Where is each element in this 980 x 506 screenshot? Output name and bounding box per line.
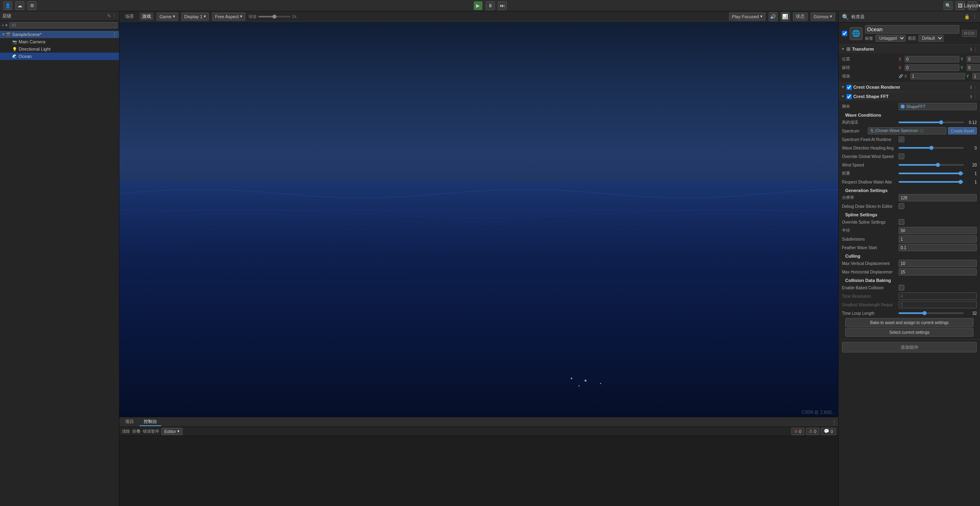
csf-chevron: ▼ xyxy=(841,94,845,98)
rotation-row: 旋转 X Y Z xyxy=(842,64,977,72)
clear-btn[interactable]: 清除 xyxy=(122,429,130,434)
bake-button[interactable]: Bake to asset and assign to current sett… xyxy=(845,318,974,327)
wind-turbulence-thumb[interactable] xyxy=(939,120,943,124)
wind-speed-thumb[interactable] xyxy=(936,163,940,167)
console-menu[interactable]: ⋮ xyxy=(832,419,837,425)
csf-menu[interactable]: ⋮ xyxy=(974,94,978,99)
aspect-dropdown[interactable]: Free Aspect ▾ xyxy=(212,13,245,21)
tab-game[interactable]: 游戏 xyxy=(140,13,153,20)
cor-active-checkbox[interactable] xyxy=(846,85,852,90)
inspector-lock[interactable]: 🔒 xyxy=(964,14,970,19)
user-icon[interactable]: 👤 xyxy=(3,1,12,10)
hierarchy-icons[interactable]: ✎ ⋮ xyxy=(107,13,117,19)
image-icon[interactable]: 🖼 xyxy=(956,1,965,10)
script-ref: ShapeFFT xyxy=(899,103,977,110)
hierarchy-item-main-camera[interactable]: 📷 Main Camera xyxy=(0,38,119,45)
feather-wave-input[interactable] xyxy=(899,244,977,251)
arrow-icon: ▼ xyxy=(2,32,6,36)
add-hierarchy-btn[interactable]: + ▾ xyxy=(2,23,8,28)
search-icon[interactable]: 🔍 xyxy=(944,1,952,10)
editor-dropdown[interactable]: Editor ▾ xyxy=(162,428,183,435)
cloud-icon[interactable]: ☁ xyxy=(15,1,24,10)
object-icon: 🌐 xyxy=(850,27,863,40)
pos-x-input[interactable] xyxy=(905,56,959,62)
scale-label: 缩放 xyxy=(842,73,899,79)
debug-slices-checkbox[interactable] xyxy=(899,203,904,209)
rot-y-input[interactable] xyxy=(967,64,980,71)
select-current-settings-button[interactable]: Select current settings xyxy=(845,328,974,337)
object-name-input[interactable] xyxy=(865,25,959,34)
resolution-input[interactable] xyxy=(899,194,977,201)
pause-errors-btn[interactable]: 错误暂停 xyxy=(143,429,159,434)
hierarchy-item-directional-light[interactable]: 💡 Directional Light xyxy=(0,45,119,53)
scale-y-input[interactable] xyxy=(972,73,980,79)
layer-select[interactable]: Default xyxy=(918,35,944,42)
status-btn[interactable]: 状态 xyxy=(793,13,808,21)
add-component-button[interactable]: 添加组件 xyxy=(842,342,977,352)
rot-x-input[interactable] xyxy=(905,64,959,71)
pause-button[interactable]: ⏸ xyxy=(486,1,495,10)
tab-console[interactable]: 控制台 xyxy=(140,418,161,426)
watermark: CSDN @ 工程院... xyxy=(802,410,835,415)
scale-slider[interactable] xyxy=(258,16,291,17)
hierarchy-item-samplescene[interactable]: ▼ 🎬 SampleScene* ⋮ xyxy=(0,31,119,38)
scene-menu-icon[interactable]: ⋮ xyxy=(112,31,117,38)
max-vert-disp-input[interactable] xyxy=(899,260,977,267)
tab-project[interactable]: 项目 xyxy=(121,418,138,426)
respect-shallow-slider[interactable] xyxy=(899,181,964,183)
max-horiz-disp-input[interactable] xyxy=(899,268,977,275)
weight-row: 权重 1 xyxy=(842,169,977,177)
override-wind-label: Override Global Wind Speed xyxy=(842,154,899,159)
override-spline-checkbox[interactable] xyxy=(899,219,904,225)
stats-icon[interactable]: 📊 xyxy=(781,12,790,21)
component-transform-header[interactable]: ▼ ⊞ Transform ℹ ⋮ xyxy=(839,45,980,53)
skip-button[interactable]: ⏭ xyxy=(498,1,507,10)
half-width-input[interactable] xyxy=(899,227,977,234)
scene-toolbar: 场景 游戏 Game ▾ Display 1 ▾ Free Aspect ▾ 缩… xyxy=(119,11,838,22)
game-dropdown[interactable]: Game ▾ xyxy=(157,13,178,21)
wave-direction-thumb[interactable] xyxy=(929,146,933,150)
cor-menu[interactable]: ⋮ xyxy=(974,85,978,90)
display-dropdown[interactable]: Display 1 ▾ xyxy=(181,13,209,21)
override-wind-checkbox[interactable] xyxy=(899,154,904,159)
inspector-more[interactable]: ⋮ xyxy=(972,14,977,19)
csf-info[interactable]: ℹ xyxy=(970,94,972,99)
create-asset-button[interactable]: Create Asset xyxy=(948,127,977,135)
time-loop-thumb[interactable] xyxy=(923,311,927,315)
wind-turbulence-slider[interactable] xyxy=(899,122,964,123)
transform-info[interactable]: ℹ xyxy=(970,47,972,51)
hierarchy-content: ▼ 🎬 SampleScene* ⋮ 📷 Main Camera 💡 Direc… xyxy=(0,30,119,506)
gizmos-btn[interactable]: Gizmos ▾ xyxy=(811,13,835,21)
csf-active-checkbox[interactable] xyxy=(846,94,852,99)
settings-icon[interactable]: ⚙ xyxy=(28,1,36,10)
cor-info[interactable]: ℹ xyxy=(970,85,972,90)
spectrum-fixed-checkbox[interactable]: ✓ xyxy=(899,137,904,142)
scale-lock-icon[interactable]: 🔗 xyxy=(899,74,903,78)
audio-icon[interactable]: 🔊 xyxy=(769,12,778,21)
crest-ocean-renderer-header[interactable]: ▼ Crest Ocean Renderer ℹ ⋮ xyxy=(839,83,980,92)
time-loop-slider[interactable] xyxy=(899,312,964,314)
hierarchy-item-ocean[interactable]: 🌊 Ocean xyxy=(0,53,119,60)
transform-menu[interactable]: ⋮ xyxy=(974,47,978,51)
time-loop-label: Time Loop Length xyxy=(842,311,899,316)
time-loop-fill xyxy=(899,312,925,314)
tag-select[interactable]: Untagged xyxy=(876,35,906,42)
enable-baked-checkbox[interactable] xyxy=(899,285,904,290)
pos-y-input[interactable] xyxy=(967,56,980,62)
play-focused-btn[interactable]: Play Focused ▾ xyxy=(729,13,765,21)
play-button[interactable]: ▶ xyxy=(474,1,483,10)
weight-thumb[interactable] xyxy=(959,171,963,175)
hierarchy-search[interactable] xyxy=(9,22,117,28)
wave-direction-slider[interactable] xyxy=(899,147,964,149)
layout-dropdown[interactable]: Layout ▾ xyxy=(968,1,977,10)
scale-x-input[interactable] xyxy=(910,73,965,79)
inspector-icon: 🔍 xyxy=(842,14,849,20)
crest-shape-fft-header[interactable]: ▼ Crest Shape FFT ℹ ⋮ xyxy=(839,92,980,101)
tab-scene[interactable]: 场景 xyxy=(123,13,136,20)
respect-shallow-thumb[interactable] xyxy=(959,180,963,184)
object-active-checkbox[interactable] xyxy=(842,31,847,36)
weight-slider[interactable] xyxy=(899,173,964,174)
wind-speed-slider[interactable] xyxy=(899,164,964,166)
subdivisions-input[interactable] xyxy=(899,235,977,243)
fold-btn[interactable]: 折叠 xyxy=(132,429,140,434)
